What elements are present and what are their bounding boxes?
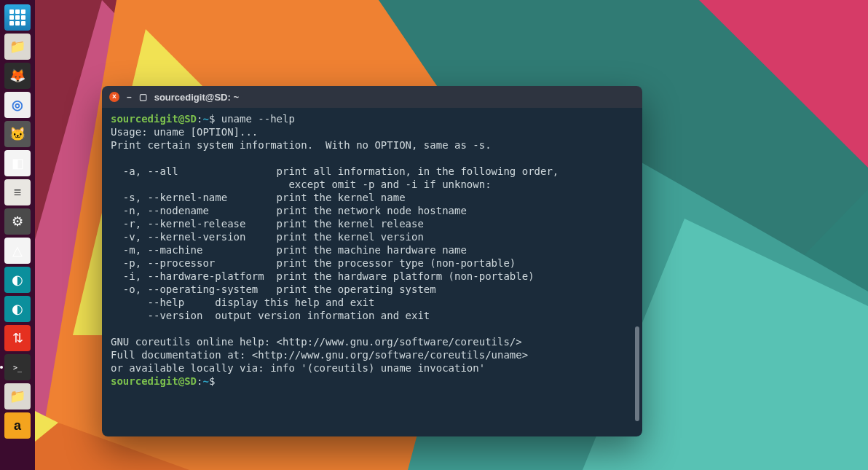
folder-app[interactable]: 📁 — [4, 383, 31, 410]
prompt2-symbol: $ — [209, 375, 215, 387]
command-1: uname --help — [221, 113, 295, 125]
running-pip — [0, 366, 3, 369]
settings-app[interactable]: ⚙ — [4, 208, 31, 235]
gear-icon: ⚙ — [12, 214, 23, 230]
tweaks-app[interactable]: ≡ — [4, 179, 31, 205]
launcher-dock: 📁 🦊 ◎ 🐱 ◧ ≡ ⚙ △ ◐ ◐ ⇅ >_ 📁 a — [0, 0, 35, 470]
prompt2-path: ~ — [202, 375, 208, 387]
app-p2[interactable]: ◐ — [4, 296, 31, 322]
firefox-icon: 🦊 — [9, 68, 25, 84]
terminal-app[interactable]: >_ — [4, 354, 31, 380]
window-minimize-button[interactable]: – — [127, 92, 132, 102]
sliders-icon: ≡ — [14, 185, 22, 200]
folder-icon: 📁 — [9, 388, 25, 404]
window-titlebar[interactable]: × – ▢ sourcedigit@SD: ~ — [102, 86, 642, 108]
app-p1-icon: ◐ — [12, 272, 23, 288]
terminal-body[interactable]: sourcedigit@SD:~$ uname --help Usage: un… — [102, 108, 642, 436]
files-icon: 📁 — [9, 39, 25, 55]
window-close-button[interactable]: × — [109, 92, 119, 102]
app-p2-icon: ◐ — [12, 301, 23, 317]
prompt-user: sourcedigit@SD — [111, 113, 197, 125]
window-maximize-button[interactable]: ▢ — [139, 92, 147, 102]
show-applications[interactable] — [4, 4, 31, 31]
grid-icon — [9, 9, 25, 26]
chromium-icon: ◎ — [12, 97, 23, 113]
files-app[interactable]: 📁 — [4, 34, 31, 60]
prompt2-user: sourcedigit@SD — [111, 375, 197, 387]
amazon-icon: a — [14, 418, 21, 434]
scrollbar-thumb[interactable] — [635, 326, 639, 421]
libreoffice-icon: ◧ — [12, 155, 24, 171]
terminal-scrollbar[interactable] — [635, 108, 639, 422]
transmission-app[interactable]: ⇅ — [4, 325, 31, 351]
prompt-symbol: $ — [209, 113, 215, 125]
prompt-path: ~ — [202, 113, 208, 125]
libreoffice-app[interactable]: ◧ — [4, 150, 31, 176]
app-p1[interactable]: ◐ — [4, 267, 31, 293]
window-title: sourcedigit@SD: ~ — [154, 92, 239, 103]
vlc-icon: △ — [12, 243, 23, 259]
vlc-app[interactable]: △ — [4, 238, 31, 264]
terminal-window[interactable]: × – ▢ sourcedigit@SD: ~ sourcedigit@SD:~… — [102, 86, 642, 436]
updown-icon: ⇅ — [12, 330, 23, 346]
command-output: Usage: uname [OPTION]... Print certain s… — [111, 126, 559, 374]
cat-icon: 🐱 — [9, 126, 25, 142]
close-icon: × — [112, 93, 117, 101]
cat-app[interactable]: 🐱 — [4, 121, 31, 147]
terminal-icon: >_ — [13, 364, 22, 372]
firefox-app[interactable]: 🦊 — [4, 63, 31, 89]
amazon-app[interactable]: a — [4, 412, 31, 439]
chromium-app[interactable]: ◎ — [4, 92, 31, 118]
